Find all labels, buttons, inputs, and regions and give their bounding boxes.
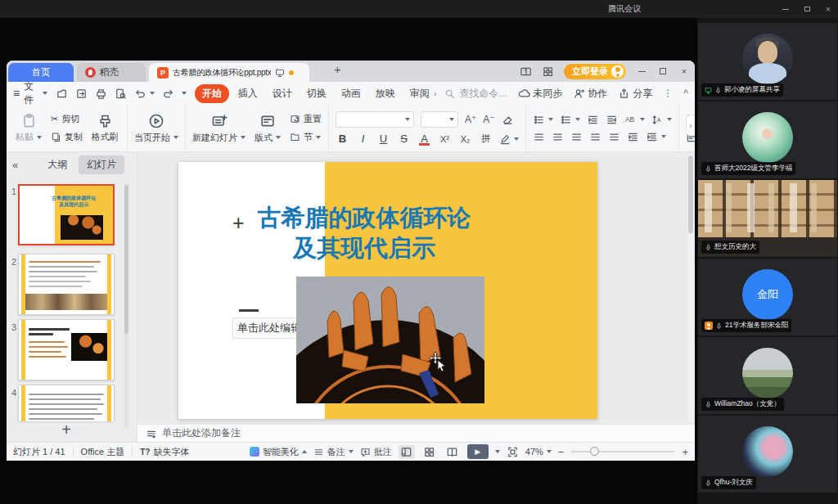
export-icon[interactable] [75, 88, 88, 100]
add-slide-button[interactable]: + [7, 421, 126, 439]
participant-tile[interactable]: 想文历史的大 [698, 180, 837, 257]
more-options-icon[interactable]: ⋮ [663, 88, 673, 99]
undo-icon[interactable] [134, 88, 146, 100]
slide-thumbnail-2[interactable] [18, 254, 115, 315]
reading-view-button[interactable] [444, 445, 461, 459]
slide-title[interactable]: 古希腊的政体循环论 及其现代启示 [217, 203, 511, 263]
underline-button[interactable]: U [376, 133, 390, 145]
participant-tile[interactable]: 首师大2022级文管李学福 [698, 101, 837, 178]
ribbon-tab-slideshow[interactable]: 放映 [368, 84, 403, 103]
clear-format-icon[interactable] [502, 114, 514, 126]
zoom-slider-thumb[interactable] [590, 447, 599, 456]
wps-close-icon[interactable]: × [678, 66, 690, 76]
slide-1[interactable]: + 古希腊的政体循环论 及其现代启示 单击此处编辑 [178, 162, 597, 419]
share-button[interactable]: 分享 [618, 87, 652, 101]
new-slide-button[interactable]: 新建幻灯片 [192, 113, 246, 144]
slide-sorter-view-button[interactable] [421, 445, 438, 459]
participant-tile[interactable]: 金阳 21学术服务部宋金阳 [698, 259, 837, 335]
tab-outline[interactable]: 大纲 [39, 155, 75, 174]
superscript-button[interactable]: X² [438, 134, 452, 144]
zoom-out-button[interactable]: − [558, 446, 565, 458]
participant-tile[interactable]: Qfhu-刘文庆 [698, 416, 837, 493]
cut-button[interactable]: ✂剪切 [51, 113, 83, 125]
workspace-icon[interactable] [520, 65, 532, 78]
font-color-button[interactable]: A [417, 133, 431, 145]
subscript-button[interactable]: X₂ [458, 134, 472, 144]
numbered-list-button[interactable] [560, 114, 580, 126]
paragraph-spacing-button[interactable] [646, 131, 666, 143]
print-icon[interactable] [95, 88, 107, 100]
greek-vase-image[interactable] [296, 277, 484, 403]
slide-thumbnail-1[interactable]: 古希腊的政体循环论及其现代启示 [18, 184, 115, 245]
collaborate-button[interactable]: 协作 [573, 87, 607, 101]
play-options-icon[interactable] [495, 450, 500, 453]
text-direction-button[interactable] [624, 114, 645, 126]
ribbon-tab-insert[interactable]: 插入 [231, 84, 265, 103]
zoom-level[interactable]: 47% [525, 447, 552, 457]
layout-button[interactable]: 版式 [252, 113, 283, 144]
justify-icon[interactable] [589, 131, 601, 143]
login-button[interactable]: 立即登录 [564, 64, 626, 79]
minimize-icon[interactable] [781, 4, 791, 14]
zoom-slider[interactable] [570, 451, 675, 452]
fit-window-icon[interactable] [507, 446, 519, 458]
comments-button[interactable]: 批注 [360, 446, 392, 458]
strikethrough-button[interactable]: S [397, 133, 411, 145]
bold-button[interactable]: B [336, 133, 349, 145]
chevron-down-icon[interactable] [182, 92, 187, 95]
zoom-in-button[interactable]: + [682, 446, 688, 458]
apps-grid-icon[interactable] [542, 65, 554, 78]
ribbon-tab-review[interactable]: 审阅 [403, 84, 434, 103]
tab-docer[interactable]: 稻壳 [77, 63, 146, 82]
align-center-icon[interactable] [552, 131, 564, 143]
theme-name[interactable]: Office 主题 [81, 446, 125, 458]
slide-canvas[interactable]: + 古希腊的政体循环论 及其现代启示 单击此处编辑 [137, 152, 695, 424]
highlight-button[interactable] [499, 133, 519, 145]
ribbon-tab-animation[interactable]: 动画 [334, 84, 368, 103]
bullet-list-button[interactable] [533, 114, 553, 126]
close-icon[interactable]: × [823, 4, 833, 14]
font-size-select[interactable] [421, 111, 458, 128]
wps-minimize-icon[interactable] [636, 71, 647, 72]
ribbon-tab-transition[interactable]: 切换 [300, 84, 334, 103]
format-painter-button[interactable]: 格式刷 [89, 113, 120, 143]
collapse-panel-icon[interactable]: « [12, 159, 18, 171]
toolbar-expander-icon[interactable]: › [686, 115, 695, 136]
ribbon-overflow-icon[interactable]: › [434, 88, 437, 98]
slide-thumbnail-4[interactable] [18, 385, 115, 421]
participant-tile[interactable]: 郭小凌的屏幕共享 [698, 23, 837, 100]
reset-button[interactable]: 重置 [290, 113, 322, 125]
tab-slides[interactable]: 幻灯片 [79, 155, 124, 174]
document-scrollbar[interactable] [687, 154, 694, 422]
smart-beautify-button[interactable]: 智能美化 [250, 446, 307, 458]
ribbon-tab-design[interactable]: 设计 [265, 84, 300, 103]
copy-button[interactable]: 复制 [51, 131, 83, 143]
font-name-select[interactable] [336, 111, 414, 128]
paste-button[interactable]: 粘贴 [13, 113, 44, 143]
align-left-icon[interactable] [533, 131, 545, 143]
file-menu[interactable]: ≡ 文件 [13, 79, 47, 107]
line-spacing-icon[interactable] [627, 131, 639, 143]
italic-button[interactable]: I [356, 133, 370, 145]
restore-icon[interactable] [802, 4, 812, 14]
play-from-current-button[interactable]: 当页开始 [134, 113, 178, 144]
decrease-font-button[interactable]: A⁻ [483, 114, 494, 125]
save-icon[interactable] [56, 88, 68, 100]
collapse-ribbon-icon[interactable]: ^ [683, 88, 688, 99]
tab-document[interactable]: P 古希腊的政体循环论ppt.pptx [149, 63, 309, 82]
align-right-icon[interactable] [570, 131, 583, 143]
panel-scrollbar[interactable] [124, 183, 128, 429]
print-preview-icon[interactable] [115, 88, 127, 100]
missing-font-warning[interactable]: T? 缺失字体 [140, 446, 189, 458]
decrease-indent-icon[interactable] [587, 114, 599, 126]
pinyin-button[interactable]: 拼 [479, 133, 493, 145]
distribute-icon[interactable] [608, 131, 620, 143]
wps-maximize-icon[interactable] [657, 68, 669, 74]
normal-view-button[interactable] [399, 445, 415, 459]
redo-icon[interactable] [162, 88, 174, 100]
sync-status[interactable]: 未同步 [518, 87, 562, 101]
new-tab-button[interactable]: + [334, 62, 341, 76]
command-search[interactable]: 查找命令... [444, 87, 507, 101]
text-orientation-button[interactable] [651, 114, 672, 126]
increase-indent-icon[interactable] [606, 114, 618, 126]
